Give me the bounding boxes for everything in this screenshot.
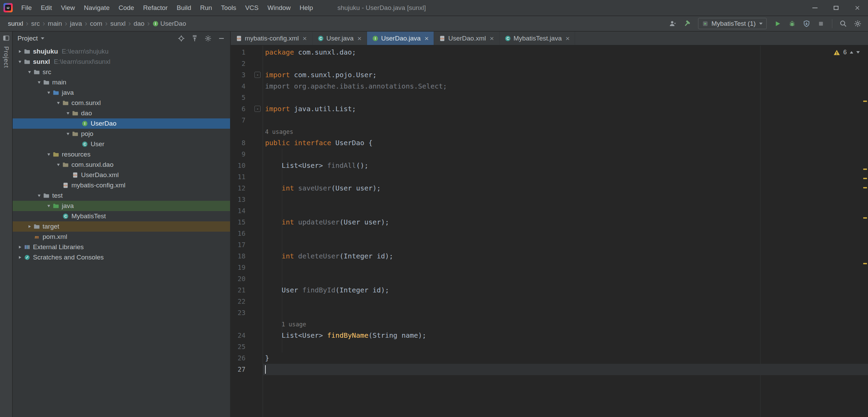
tree-item-src[interactable]: src [13,67,230,77]
menu-code[interactable]: Code [114,0,138,15]
menu-run[interactable]: Run [196,0,217,15]
code-text[interactable]: int saveUser(User user); [263,183,868,194]
line-number[interactable]: 8 [231,137,263,149]
chevron-right-icon[interactable] [16,256,24,259]
project-panel-title[interactable]: Project [18,35,38,42]
code-text[interactable]: } [263,352,868,364]
run-coverage-button[interactable] [802,19,811,28]
code-text[interactable] [263,171,868,183]
panel-settings-button[interactable] [204,35,212,42]
menu-vcs[interactable]: VCS [241,0,263,15]
chevron-down-icon[interactable] [64,133,72,135]
maximize-button[interactable] [825,0,847,15]
menu-file[interactable]: File [17,0,36,15]
chevron-down-icon[interactable] [45,92,53,94]
menu-view[interactable]: View [56,0,79,15]
menu-navigate[interactable]: Navigate [79,0,114,15]
chevron-down-icon[interactable] [26,71,33,73]
tree-item-target[interactable]: target [13,221,230,232]
code-text[interactable] [263,92,868,103]
usages-inlay-hint[interactable]: 4 usages [265,128,293,135]
chevron-right-icon[interactable] [16,246,24,248]
line-number[interactable]: 9 [231,149,263,160]
tab-mybatis-config-xml[interactable]: </>mybatis-config.xml× [231,32,312,45]
build-button[interactable] [682,19,692,28]
line-number[interactable]: 26 [231,352,263,364]
code-text[interactable]: import org.apache.ibatis.annotations.Sel… [263,81,868,92]
stripe-label-project[interactable]: Project [2,46,10,68]
breadcrumb-item-com[interactable]: com [88,19,105,28]
minimize-button[interactable] [804,0,825,15]
tree-item-resources[interactable]: resources [13,149,230,160]
chevron-down-icon[interactable] [45,153,53,156]
line-number[interactable]: 18 [231,251,263,262]
chevron-right-icon[interactable] [16,50,24,53]
tree-item-pom-xml[interactable]: mpom.xml [13,232,230,242]
line-number[interactable]: 11 [231,171,263,183]
chevron-down-icon[interactable] [45,205,53,207]
breadcrumb-item-java[interactable]: java [68,19,84,28]
code-text[interactable]: 1 usage [263,318,868,330]
warning-stripe-mark[interactable] [863,217,867,219]
prev-warning-button[interactable] [850,51,853,54]
menu-window[interactable]: Window [263,0,295,15]
settings-button[interactable] [853,19,863,28]
line-number[interactable]: 2 [231,58,263,69]
code-area[interactable]: 1package com.sunxl.dao;23-import com.sun… [231,46,868,417]
tree-item-external-libraries[interactable]: External Libraries [13,242,230,252]
tree-item-scratches-and-consoles[interactable]: Scratches and Consoles [13,252,230,263]
tree-item-mybatistest[interactable]: CMybatisTest [13,211,230,221]
code-text[interactable] [263,364,868,375]
usages-inlay-hint[interactable]: 1 usage [265,321,306,328]
tree-item-java[interactable]: java [13,88,230,98]
tree-item-user[interactable]: CUser [13,139,230,149]
fold-marker-icon[interactable]: - [254,106,261,112]
breadcrumb-item-dao[interactable]: dao [131,19,147,28]
run-configuration-select[interactable]: MybatisTest (1) [698,18,767,29]
code-text[interactable] [263,58,868,69]
search-everywhere-button[interactable] [838,19,848,28]
breadcrumb-item-userdao[interactable]: IUserDao [150,19,189,28]
tree-item-dao[interactable]: dao [13,108,230,118]
tab-userdao-java[interactable]: IUserDao.java× [367,32,434,45]
line-number[interactable] [231,126,263,137]
code-text[interactable]: public interface UserDao { [263,137,868,149]
line-number[interactable]: 10 [231,160,263,171]
fold-marker-icon[interactable]: - [254,72,261,78]
tab-close-icon[interactable]: × [490,35,494,42]
line-number[interactable]: 17 [231,239,263,251]
code-text[interactable] [263,262,868,273]
code-text[interactable]: import java.util.List; [263,103,868,115]
tab-close-icon[interactable]: × [357,35,362,42]
warning-stripe-mark[interactable] [863,178,867,179]
tree-item-sunxl[interactable]: sunxlE:\learn\sunxl\sunxl [13,57,230,67]
next-warning-button[interactable] [856,51,860,54]
line-number[interactable]: 19 [231,262,263,273]
breadcrumb-item-sunxl[interactable]: sunxl [5,19,25,28]
code-text[interactable] [263,341,868,352]
tree-item-com-sunxl-dao[interactable]: com.sunxl.dao [13,160,230,170]
tree-item-com-sunxl[interactable]: com.sunxl [13,98,230,108]
tab-user-java[interactable]: CUser.java× [312,32,367,45]
code-text[interactable]: User findById(Integer id); [263,285,868,296]
tree-item-main[interactable]: main [13,77,230,88]
code-text[interactable]: List<User> findAll(); [263,160,868,171]
chevron-down-icon[interactable] [55,164,62,166]
line-number[interactable]: 22 [231,296,263,307]
line-number[interactable]: 23 [231,307,263,318]
line-number[interactable]: 1 [231,47,263,58]
line-number[interactable]: 7 [231,115,263,126]
chevron-down-icon[interactable] [35,81,43,84]
line-number[interactable]: 12 [231,183,263,194]
breadcrumb-item-src[interactable]: src [29,19,42,28]
tree-item-shujuku[interactable]: shujukuE:\learn\shujuku [13,46,230,57]
warning-stripe-mark[interactable] [863,187,867,188]
menu-build[interactable]: Build [172,0,195,15]
debug-button[interactable] [787,19,797,28]
chevron-down-icon[interactable] [41,37,44,39]
inspections-widget[interactable]: 6 [833,49,860,56]
project-toolwindow-icon[interactable] [3,35,10,42]
line-number[interactable] [231,318,263,330]
code-text[interactable] [263,115,868,126]
line-number[interactable]: 14 [231,205,263,217]
